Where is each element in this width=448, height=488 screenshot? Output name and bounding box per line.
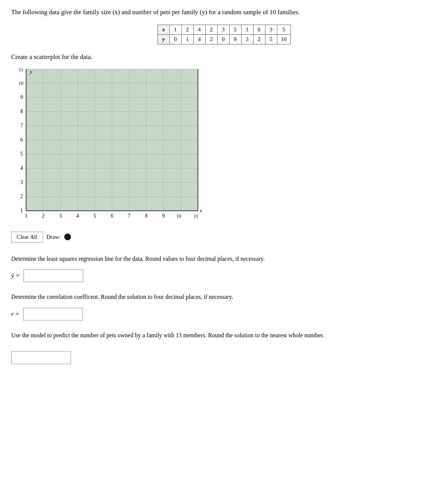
draw-label: Draw:	[47, 234, 61, 240]
svg-text:11: 11	[194, 213, 199, 219]
x-label: x	[158, 25, 169, 34]
svg-text:9: 9	[21, 94, 23, 100]
y-cell: 10	[277, 34, 290, 44]
x-cell: 6	[253, 25, 265, 34]
x-cell: 1	[241, 25, 253, 34]
y-cell: 0	[217, 34, 229, 44]
svg-text:1: 1	[25, 213, 28, 219]
x-cell: 1	[169, 25, 181, 34]
y-cell: 1	[181, 34, 193, 44]
y-cell: 2	[205, 34, 217, 44]
x-cell: 3	[265, 25, 277, 34]
svg-text:x: x	[199, 208, 202, 213]
x-cell: 2	[181, 25, 193, 34]
correlation-equation-row: r =	[11, 308, 437, 320]
r-label: r =	[11, 310, 19, 318]
svg-text:6: 6	[21, 137, 23, 143]
prediction-instruction: Use the model to predict the number of p…	[11, 331, 437, 340]
svg-text:4: 4	[77, 213, 79, 219]
y-cell: 0	[169, 34, 181, 44]
svg-text:10: 10	[177, 213, 181, 219]
y-cell: 4	[193, 34, 205, 44]
scatter-svg[interactable]: 1 2 3 4 5 6 7 8 9 10 11 1 2 3 4 5 6 7 8 …	[11, 65, 202, 226]
svg-text:2: 2	[21, 194, 23, 199]
prediction-input-row	[11, 346, 437, 364]
svg-text:1: 1	[21, 208, 23, 213]
svg-text:7: 7	[128, 213, 131, 219]
svg-text:3: 3	[59, 213, 62, 219]
draw-dot-indicator	[64, 234, 71, 240]
correlation-instruction: Determine the correlation coefficent. Ro…	[11, 293, 437, 302]
svg-text:5: 5	[94, 213, 96, 219]
scatter-instruction: Create a scatterplot for the data.	[11, 53, 437, 61]
svg-text:11: 11	[19, 67, 24, 72]
regression-instruction: Determine the least squares regression l…	[11, 254, 437, 264]
svg-text:8: 8	[145, 213, 148, 219]
svg-text:8: 8	[21, 109, 23, 114]
svg-text:5: 5	[21, 151, 23, 157]
y-label: y	[158, 34, 169, 44]
svg-text:4: 4	[21, 165, 23, 171]
regression-equation-row: ŷ =	[11, 269, 437, 282]
correlation-input[interactable]	[23, 308, 83, 320]
svg-text:7: 7	[21, 123, 23, 128]
svg-text:10: 10	[19, 80, 24, 86]
prediction-input[interactable]	[11, 351, 71, 364]
yhat-label: ŷ =	[11, 272, 20, 279]
x-cell: 5	[229, 25, 241, 34]
scatter-plot-area: 1 2 3 4 5 6 7 8 9 10 11 1 2 3 4 5 6 7 8 …	[11, 65, 202, 226]
clear-all-button[interactable]: Clear All	[11, 232, 43, 243]
regression-input[interactable]	[24, 269, 83, 282]
data-table: x 1242351635 y 01420932510	[158, 25, 291, 44]
y-cell: 2	[253, 34, 265, 44]
svg-text:y: y	[29, 69, 32, 75]
x-cell: 5	[277, 25, 290, 34]
svg-text:3: 3	[21, 179, 23, 185]
x-cell: 2	[205, 25, 217, 34]
y-cell: 9	[229, 34, 241, 44]
svg-text:2: 2	[42, 213, 45, 219]
data-table-container: x 1242351635 y 01420932510	[11, 25, 437, 44]
svg-text:9: 9	[162, 213, 165, 219]
x-cell: 4	[193, 25, 205, 34]
controls-row: Clear All Draw:	[11, 232, 437, 243]
svg-text:6: 6	[111, 213, 113, 219]
y-cell: 3	[241, 34, 253, 44]
y-cell: 5	[265, 34, 277, 44]
x-cell: 3	[217, 25, 229, 34]
intro-text: The following data give the family size …	[11, 7, 437, 17]
